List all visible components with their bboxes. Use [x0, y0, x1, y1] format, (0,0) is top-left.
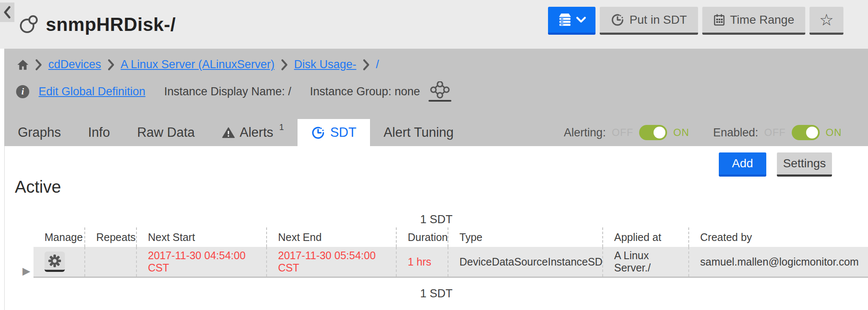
chevron-right-icon: [36, 59, 42, 70]
cell-manage: [33, 247, 84, 277]
enabled-toggle-group: Enabled: OFF ON: [713, 125, 842, 140]
back-button[interactable]: [0, 3, 14, 22]
tab-sdt-label: SDT: [330, 125, 356, 140]
alerting-toggle[interactable]: [639, 125, 667, 140]
group-icon: [430, 81, 450, 100]
manage-sdt-button[interactable]: [45, 252, 65, 272]
tab-raw-data-label: Raw Data: [137, 125, 195, 140]
col-header-duration: Duration: [396, 227, 448, 247]
breadcrumb-device[interactable]: A Linux Server (ALinuxServer): [121, 58, 275, 71]
alerting-label: Alerting:: [564, 126, 606, 139]
put-in-sdt-button[interactable]: Put in SDT: [600, 7, 698, 35]
tab-alerts[interactable]: Alerts 1: [209, 119, 298, 146]
favorite-button[interactable]: ☆: [810, 7, 843, 35]
chevron-down-icon: [576, 17, 586, 23]
top-actions: Put in SDT Time Range ☆: [548, 7, 843, 35]
instance-display-name: Instance Display Name: /: [164, 85, 291, 98]
cell-repeats: [84, 247, 136, 277]
col-header-applied-at: Applied at: [602, 227, 688, 247]
group-icon-underline: [428, 100, 451, 102]
sdt-count-bottom: 1 SDT: [5, 287, 868, 300]
tab-info-label: Info: [88, 125, 110, 140]
tab-info[interactable]: Info: [75, 119, 124, 146]
time-range-label: Time Range: [730, 13, 794, 27]
cell-duration: 1 hrs: [396, 247, 448, 277]
alerting-toggle-group: Alerting: OFF ON: [564, 125, 689, 140]
tab-alert-tuning[interactable]: Alert Tuning: [370, 119, 467, 146]
sdt-clock-icon: [611, 13, 624, 27]
chevron-right-icon: [281, 59, 287, 70]
chevron-right-icon: [363, 59, 369, 70]
toggle-area: Alerting: OFF ON Enabled: OFF ON: [564, 119, 868, 146]
device-menu-button[interactable]: [548, 7, 595, 35]
add-button[interactable]: Add: [719, 152, 766, 177]
col-header-repeats: Repeats: [84, 227, 136, 247]
tab-graphs-label: Graphs: [18, 125, 61, 140]
alerts-count-badge: 1: [279, 122, 284, 132]
chevron-left-icon: [3, 6, 11, 19]
row-expander[interactable]: ▶: [22, 256, 30, 286]
col-header-next-end: Next End: [266, 227, 396, 247]
settings-button[interactable]: Settings: [777, 152, 832, 177]
sdt-actions: Add Settings: [719, 152, 832, 177]
cell-applied-at: A Linux Server./: [602, 247, 688, 277]
warning-icon: [222, 127, 235, 138]
toggle-knob: [806, 127, 818, 138]
info-icon: i: [16, 85, 29, 98]
tab-sdt[interactable]: SDT: [298, 119, 370, 146]
col-header-manage: Manage: [33, 227, 84, 247]
instance-band: cdDevices A Linux Server (ALinuxServer) …: [4, 49, 868, 146]
edit-global-definition-link[interactable]: Edit Global Definition: [39, 85, 145, 98]
tab-alert-tuning-label: Alert Tuning: [384, 125, 453, 140]
cell-type: DeviceDataSourceInstanceSDT: [448, 247, 602, 277]
cell-next-end: 2017-11-30 05:54:00 CST: [266, 247, 396, 277]
cell-created-by: samuel.mallen@logicmonitor.com: [688, 247, 868, 277]
enabled-label: Enabled:: [713, 126, 758, 139]
breadcrumb-datasource[interactable]: Disk Usage-: [294, 58, 356, 71]
breadcrumb-instance[interactable]: /: [376, 58, 379, 71]
chevron-right-icon: [108, 59, 114, 70]
breadcrumb: cdDevices A Linux Server (ALinuxServer) …: [4, 49, 868, 71]
time-range-button[interactable]: Time Range: [702, 7, 805, 35]
home-icon[interactable]: [17, 59, 29, 70]
server-stack-icon: [557, 13, 573, 27]
instance-icon: [18, 14, 40, 36]
calendar-icon: [713, 14, 725, 26]
tab-graphs[interactable]: Graphs: [4, 119, 75, 146]
instance-group-edit-button[interactable]: [428, 81, 451, 102]
col-header-next-start: Next Start: [136, 227, 266, 247]
alerting-on-text: ON: [673, 127, 689, 138]
table-header-row: Manage Repeats Next Start Next End Durat…: [33, 227, 868, 247]
page-title: snmpHRDisk-/: [46, 14, 176, 35]
put-in-sdt-label: Put in SDT: [629, 13, 687, 27]
toggle-knob: [654, 127, 665, 138]
tab-bar: Graphs Info Raw Data Alerts 1 S: [4, 119, 868, 146]
enabled-off-text: OFF: [764, 127, 786, 138]
tab-alerts-label: Alerts: [240, 125, 273, 140]
col-header-created-by: Created by: [688, 227, 868, 247]
enabled-toggle[interactable]: [792, 125, 820, 140]
instance-group: Instance Group: none: [310, 85, 420, 98]
cell-next-start: 2017-11-30 04:54:00 CST: [136, 247, 266, 277]
breadcrumb-devices[interactable]: cdDevices: [48, 58, 101, 71]
sdt-count-top: 1 SDT: [5, 213, 868, 226]
star-icon: ☆: [819, 12, 834, 28]
col-header-type: Type: [448, 227, 602, 247]
enabled-on-text: ON: [826, 127, 842, 138]
top-bar: snmpHRDisk-/: [0, 0, 868, 49]
definition-row: i Edit Global Definition Instance Displa…: [4, 71, 868, 102]
sdt-clock-icon: [311, 126, 325, 140]
alerting-off-text: OFF: [612, 127, 633, 138]
active-section-heading: Active: [15, 177, 61, 197]
sdt-table: ▶ Manage Repeats Next Start Next End Dur…: [33, 227, 868, 278]
table-row: 2017-11-30 04:54:00 CST 2017-11-30 05:54…: [33, 247, 868, 278]
sdt-panel: Add Settings Active 1 SDT ▶ Manage Repea…: [4, 146, 868, 310]
tab-raw-data[interactable]: Raw Data: [123, 119, 208, 146]
gear-icon: [47, 254, 62, 268]
